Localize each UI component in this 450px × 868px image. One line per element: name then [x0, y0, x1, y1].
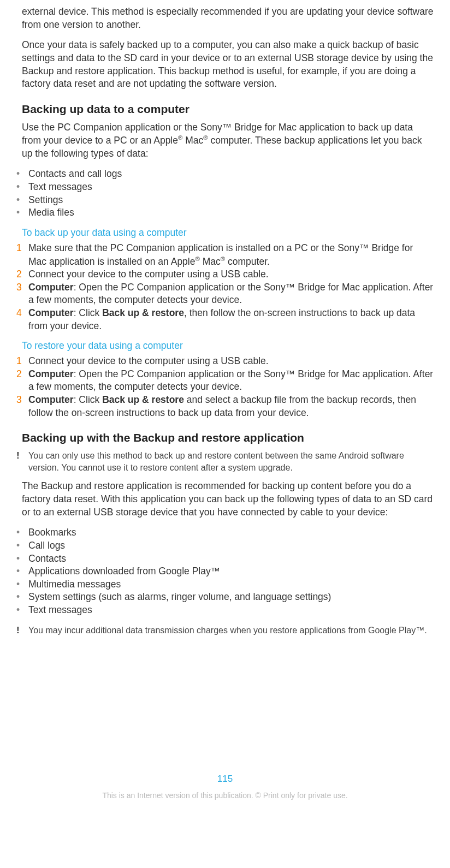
page-content: external device. This method is especial… [0, 0, 450, 816]
bullet-item: •Contacts [16, 552, 434, 566]
bullet-marker: • [16, 206, 28, 219]
bullet-item: •Bookmarks [16, 526, 434, 539]
warning-icon: ! [16, 625, 28, 637]
sub2-title: To restore your data using a computer [22, 340, 434, 352]
ordered-item: 4Computer: Click Back up & restore, then… [16, 307, 434, 332]
section2-title: Backing up with the Backup and restore a… [22, 431, 434, 444]
bullet-text: Media files [28, 206, 434, 219]
bullet-marker: • [16, 591, 28, 604]
bullet-text: Contacts and call logs [28, 168, 434, 181]
section1-bullets: •Contacts and call logs•Text messages•Se… [16, 168, 434, 219]
intro-p2: Once your data is safely backed up to a … [22, 39, 434, 91]
step-text: Computer: Click Back up & restore, then … [28, 307, 434, 332]
bullet-item: •Text messages [16, 604, 434, 617]
sub1-list: 1Make sure that the PC Companion applica… [16, 242, 434, 332]
bullet-marker: • [16, 578, 28, 591]
bullet-marker: • [16, 539, 28, 552]
bullet-item: •Contacts and call logs [16, 168, 434, 181]
bullet-marker: • [16, 181, 28, 194]
bullet-text: Settings [28, 194, 434, 207]
bullet-marker: • [16, 565, 28, 578]
note1-text: You can only use this method to back up … [28, 450, 434, 473]
bullet-text: Text messages [28, 181, 434, 194]
ordered-item: 3Computer: Click Back up & restore and s… [16, 394, 434, 419]
sub2-list: 1Connect your device to the computer usi… [16, 355, 434, 419]
note2-text: You may incur additional data transmissi… [28, 625, 434, 637]
step-text: Computer: Open the PC Companion applicat… [28, 368, 434, 394]
step-number: 2 [16, 368, 28, 381]
step-number: 4 [16, 307, 28, 320]
bullet-text: Multimedia messages [28, 578, 434, 591]
page-number: 115 [16, 774, 434, 784]
section2-bullets: •Bookmarks•Call logs•Contacts•Applicatio… [16, 526, 434, 616]
footer-text: This is an Internet version of this publ… [16, 791, 434, 800]
section2-paragraph: The Backup and restore application is re… [22, 480, 434, 519]
bullet-item: •Applications downloaded from Google Pla… [16, 565, 434, 578]
bullet-item: •Multimedia messages [16, 578, 434, 591]
warning-icon: ! [16, 450, 28, 462]
bullet-item: •Call logs [16, 539, 434, 552]
bullet-marker: • [16, 526, 28, 539]
step-text: Connect your device to the computer usin… [28, 355, 434, 368]
bullet-text: Call logs [28, 539, 434, 552]
bullet-text: System settings (such as alarms, ringer … [28, 591, 434, 604]
bullet-item: •Text messages [16, 181, 434, 194]
step-number: 1 [16, 242, 28, 255]
bullet-text: Applications downloaded from Google Play… [28, 565, 434, 578]
intro-p1: external device. This method is especial… [22, 5, 434, 31]
note1: ! You can only use this method to back u… [16, 450, 434, 473]
bullet-marker: • [16, 168, 28, 181]
bullet-text: Contacts [28, 552, 434, 566]
ordered-item: 3Computer: Open the PC Companion applica… [16, 281, 434, 307]
bullet-item: •System settings (such as alarms, ringer… [16, 591, 434, 604]
bullet-text: Text messages [28, 604, 434, 617]
ordered-item: 2Connect your device to the computer usi… [16, 268, 434, 281]
section1-title: Backing up data to a computer [22, 103, 434, 116]
bullet-item: •Media files [16, 206, 434, 219]
bullet-item: •Settings [16, 194, 434, 207]
step-text: Connect your device to the computer usin… [28, 268, 434, 281]
section1-paragraph: Use the PC Companion application or the … [22, 121, 434, 160]
bullet-marker: • [16, 604, 28, 617]
ordered-item: 1Make sure that the PC Companion applica… [16, 242, 434, 268]
step-text: Make sure that the PC Companion applicat… [28, 242, 434, 268]
bullet-marker: • [16, 194, 28, 207]
note2: ! You may incur additional data transmis… [16, 625, 434, 637]
step-text: Computer: Click Back up & restore and se… [28, 394, 434, 419]
ordered-item: 1Connect your device to the computer usi… [16, 355, 434, 368]
step-number: 2 [16, 268, 28, 281]
ordered-item: 2Computer: Open the PC Companion applica… [16, 368, 434, 394]
step-text: Computer: Open the PC Companion applicat… [28, 281, 434, 307]
bullet-marker: • [16, 552, 28, 566]
step-number: 1 [16, 355, 28, 368]
bullet-text: Bookmarks [28, 526, 434, 539]
step-number: 3 [16, 281, 28, 294]
sub1-title: To back up your data using a computer [22, 227, 434, 239]
step-number: 3 [16, 394, 28, 407]
